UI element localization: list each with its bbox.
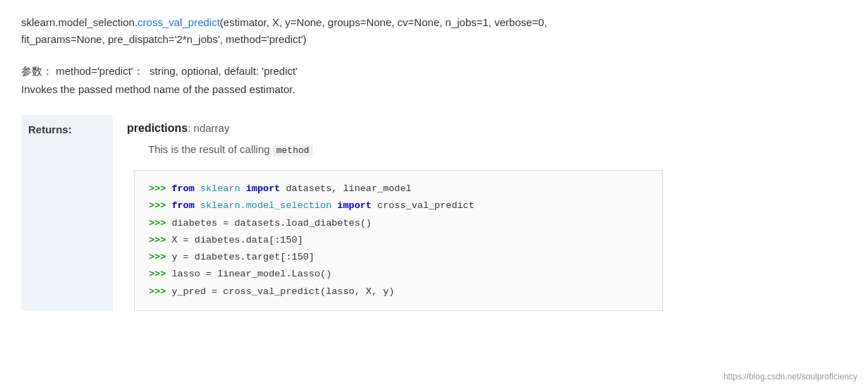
watermark: https://blog.csdn.net/soulproficiency: [723, 372, 857, 382]
code-rest-2: cross_val_predict: [372, 200, 475, 211]
code-normal-3: diabetes = datasets.load_diabetes(): [171, 218, 372, 228]
code-keyword-import-1: import: [246, 183, 281, 194]
code-line-4: >>> X = diabetes.data[:150]: [149, 232, 648, 249]
code-normal-6: lasso = linear_model.Lasso(): [171, 269, 331, 279]
signature-params1: (estimator, X, y=None, groups=None, cv=N…: [220, 16, 547, 28]
code-line-7: >>> y_pred = cross_val_predict(lasso, X,…: [149, 284, 648, 300]
code-normal-5: y = diabetes.target[:150]: [171, 252, 314, 262]
code-line-5: >>> y = diabetes.target[:150]: [149, 249, 648, 266]
code-prompt-1: >>>: [149, 183, 171, 194]
code-prompt-5: >>>: [149, 252, 171, 262]
method-param-desc: string, optional, default: 'predict': [149, 65, 298, 77]
code-prompt-6: >>>: [149, 269, 171, 279]
signature-line1: sklearn.model_selection.cross_val_predic…: [21, 14, 847, 31]
code-rest-1: datasets, linear_model: [280, 183, 411, 194]
code-line-2: >>> from sklearn.model_selection import …: [149, 197, 648, 214]
code-normal-4: X = diabetes.data[:150]: [171, 235, 302, 245]
code-line-1: >>> from sklearn import datasets, linear…: [149, 181, 648, 197]
code-line-3: >>> diabetes = datasets.load_diabetes(): [149, 215, 648, 232]
code-prompt-7: >>>: [149, 286, 171, 297]
code-prompt-4: >>>: [149, 235, 171, 245]
params-chinese-label: 参数：: [21, 65, 53, 77]
predictions-title: predictions: ndarray: [127, 115, 847, 135]
params-section: 参数： method='predict'： string, optional, …: [21, 62, 847, 98]
code-module-2: sklearn.model_selection: [195, 200, 338, 211]
code-module-1: sklearn: [195, 183, 246, 194]
function-signature: sklearn.model_selection.cross_val_predic…: [21, 14, 847, 48]
predictions-name: predictions: [127, 122, 188, 134]
result-text-before: This is the result of calling: [148, 143, 273, 155]
returns-section: Returns: predictions: ndarray This is th…: [21, 115, 847, 311]
method-param-label: method='predict'：: [56, 65, 144, 77]
code-normal-7: y_pred = cross_val_predict(lasso, X, y): [171, 286, 394, 297]
result-description: This is the result of calling method: [127, 143, 847, 156]
code-line-6: >>> lasso = linear_model.Lasso(): [149, 266, 648, 283]
predictions-type: : ndarray: [188, 122, 229, 134]
signature-line2: fit_params=None, pre_dispatch='2*n_jobs'…: [21, 31, 847, 48]
module-prefix: sklearn.model_selection.: [21, 16, 137, 28]
code-keyword-from-1: from: [171, 183, 194, 194]
function-link[interactable]: cross_val_predict: [137, 16, 220, 28]
method-code-inline: method: [273, 145, 313, 157]
code-example-block: >>> from sklearn import datasets, linear…: [134, 170, 663, 311]
code-prompt-3: >>>: [149, 218, 171, 228]
returns-label: Returns:: [21, 115, 113, 311]
params-line1: 参数： method='predict'： string, optional, …: [21, 62, 847, 80]
code-keyword-from-2: from: [171, 200, 194, 211]
code-prompt-2: >>>: [149, 200, 171, 211]
params-line2: Invokes the passed method name of the pa…: [21, 80, 847, 99]
returns-content: predictions: ndarray This is the result …: [113, 115, 847, 311]
code-keyword-import-2: import: [337, 200, 372, 211]
